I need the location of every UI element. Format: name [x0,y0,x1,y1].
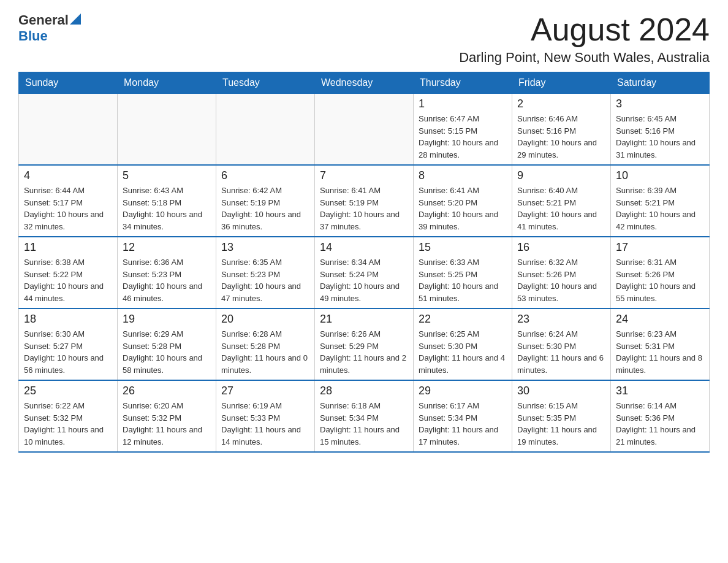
day-number: 16 [517,241,605,254]
day-number: 18 [24,313,112,326]
day-number: 27 [221,385,309,397]
day-number: 24 [616,313,704,326]
day-info: Sunrise: 6:28 AM Sunset: 5:28 PM Dayligh… [221,328,309,376]
day-info: Sunrise: 6:32 AM Sunset: 5:26 PM Dayligh… [517,256,605,304]
calendar-day-header-monday: Monday [118,72,216,94]
calendar-day-cell: 29Sunrise: 6:17 AM Sunset: 5:34 PM Dayli… [414,380,512,452]
calendar-day-cell: 5Sunrise: 6:43 AM Sunset: 5:18 PM Daylig… [118,165,216,237]
day-number: 23 [517,313,605,326]
calendar-day-cell: 28Sunrise: 6:18 AM Sunset: 5:34 PM Dayli… [315,380,414,452]
day-info: Sunrise: 6:20 AM Sunset: 5:32 PM Dayligh… [123,400,211,448]
calendar-day-header-sunday: Sunday [19,72,118,94]
day-info: Sunrise: 6:41 AM Sunset: 5:20 PM Dayligh… [419,185,507,232]
day-info: Sunrise: 6:24 AM Sunset: 5:30 PM Dayligh… [517,328,605,376]
calendar-day-cell [315,94,414,166]
calendar-day-cell: 1Sunrise: 6:47 AM Sunset: 5:15 PM Daylig… [414,94,512,166]
calendar-week-row: 25Sunrise: 6:22 AM Sunset: 5:32 PM Dayli… [19,380,710,452]
day-info: Sunrise: 6:40 AM Sunset: 5:21 PM Dayligh… [517,185,605,232]
day-info: Sunrise: 6:47 AM Sunset: 5:15 PM Dayligh… [419,113,507,161]
calendar-day-cell [19,94,118,166]
calendar-day-cell: 15Sunrise: 6:33 AM Sunset: 5:25 PM Dayli… [414,237,512,308]
day-number: 21 [320,313,408,326]
calendar-day-header-friday: Friday [512,72,611,94]
day-info: Sunrise: 6:17 AM Sunset: 5:34 PM Dayligh… [419,400,507,448]
day-number: 28 [320,385,408,397]
calendar-day-cell: 19Sunrise: 6:29 AM Sunset: 5:28 PM Dayli… [118,308,216,380]
calendar-day-cell [118,94,216,166]
calendar-day-cell: 6Sunrise: 6:42 AM Sunset: 5:19 PM Daylig… [216,165,315,237]
calendar-day-cell: 14Sunrise: 6:34 AM Sunset: 5:24 PM Dayli… [315,237,414,308]
day-info: Sunrise: 6:33 AM Sunset: 5:25 PM Dayligh… [419,256,507,304]
day-number: 5 [123,169,211,182]
calendar-day-cell [216,94,315,166]
calendar-header-row: SundayMondayTuesdayWednesdayThursdayFrid… [19,72,710,94]
day-info: Sunrise: 6:29 AM Sunset: 5:28 PM Dayligh… [123,328,211,376]
calendar-day-header-thursday: Thursday [414,72,512,94]
calendar-week-row: 4Sunrise: 6:44 AM Sunset: 5:17 PM Daylig… [19,165,710,237]
day-number: 25 [24,385,112,397]
day-number: 22 [419,313,507,326]
day-number: 4 [24,169,112,182]
day-number: 26 [123,385,211,397]
calendar-day-cell: 17Sunrise: 6:31 AM Sunset: 5:26 PM Dayli… [611,237,710,308]
day-info: Sunrise: 6:18 AM Sunset: 5:34 PM Dayligh… [320,400,408,448]
calendar-day-cell: 18Sunrise: 6:30 AM Sunset: 5:27 PM Dayli… [19,308,118,380]
day-number: 29 [419,385,507,397]
location-title: Darling Point, New South Wales, Australi… [459,50,710,66]
day-number: 9 [517,169,605,182]
calendar-day-cell: 23Sunrise: 6:24 AM Sunset: 5:30 PM Dayli… [512,308,611,380]
calendar-day-cell: 10Sunrise: 6:39 AM Sunset: 5:21 PM Dayli… [611,165,710,237]
calendar-day-cell: 8Sunrise: 6:41 AM Sunset: 5:20 PM Daylig… [414,165,512,237]
day-info: Sunrise: 6:39 AM Sunset: 5:21 PM Dayligh… [616,185,704,232]
calendar-week-row: 11Sunrise: 6:38 AM Sunset: 5:22 PM Dayli… [19,237,710,308]
day-number: 15 [419,241,507,254]
day-info: Sunrise: 6:14 AM Sunset: 5:36 PM Dayligh… [616,400,704,448]
day-number: 30 [517,385,605,397]
calendar-day-cell: 26Sunrise: 6:20 AM Sunset: 5:32 PM Dayli… [118,380,216,452]
day-info: Sunrise: 6:31 AM Sunset: 5:26 PM Dayligh… [616,256,704,304]
day-number: 7 [320,169,408,182]
logo-general-text: General [18,12,69,28]
day-number: 3 [616,98,704,110]
calendar-day-cell: 20Sunrise: 6:28 AM Sunset: 5:28 PM Dayli… [216,308,315,380]
logo-triangle-icon [70,13,81,25]
day-info: Sunrise: 6:41 AM Sunset: 5:19 PM Dayligh… [320,185,408,232]
day-info: Sunrise: 6:43 AM Sunset: 5:18 PM Dayligh… [123,185,211,232]
svg-marker-0 [70,13,81,25]
day-info: Sunrise: 6:30 AM Sunset: 5:27 PM Dayligh… [24,328,112,376]
day-info: Sunrise: 6:46 AM Sunset: 5:16 PM Dayligh… [517,113,605,161]
day-info: Sunrise: 6:23 AM Sunset: 5:31 PM Dayligh… [616,328,704,376]
day-info: Sunrise: 6:42 AM Sunset: 5:19 PM Dayligh… [221,185,309,232]
calendar-day-cell: 31Sunrise: 6:14 AM Sunset: 5:36 PM Dayli… [611,380,710,452]
calendar-day-cell: 4Sunrise: 6:44 AM Sunset: 5:17 PM Daylig… [19,165,118,237]
day-info: Sunrise: 6:36 AM Sunset: 5:23 PM Dayligh… [123,256,211,304]
calendar-day-cell: 2Sunrise: 6:46 AM Sunset: 5:16 PM Daylig… [512,94,611,166]
day-number: 20 [221,313,309,326]
day-number: 1 [419,98,507,110]
day-number: 11 [24,241,112,254]
calendar-day-cell: 3Sunrise: 6:45 AM Sunset: 5:16 PM Daylig… [611,94,710,166]
calendar-day-cell: 9Sunrise: 6:40 AM Sunset: 5:21 PM Daylig… [512,165,611,237]
day-number: 8 [419,169,507,182]
day-info: Sunrise: 6:15 AM Sunset: 5:35 PM Dayligh… [517,400,605,448]
day-number: 2 [517,98,605,110]
calendar-day-cell: 7Sunrise: 6:41 AM Sunset: 5:19 PM Daylig… [315,165,414,237]
calendar-table: SundayMondayTuesdayWednesdayThursdayFrid… [18,72,710,453]
day-info: Sunrise: 6:44 AM Sunset: 5:17 PM Dayligh… [24,185,112,232]
day-info: Sunrise: 6:38 AM Sunset: 5:22 PM Dayligh… [24,256,112,304]
day-info: Sunrise: 6:34 AM Sunset: 5:24 PM Dayligh… [320,256,408,304]
calendar-day-cell: 11Sunrise: 6:38 AM Sunset: 5:22 PM Dayli… [19,237,118,308]
calendar-day-cell: 13Sunrise: 6:35 AM Sunset: 5:23 PM Dayli… [216,237,315,308]
day-number: 12 [123,241,211,254]
month-title: August 2024 [459,12,710,47]
logo-blue-text: Blue [18,28,48,44]
calendar-day-cell: 30Sunrise: 6:15 AM Sunset: 5:35 PM Dayli… [512,380,611,452]
day-info: Sunrise: 6:26 AM Sunset: 5:29 PM Dayligh… [320,328,408,376]
calendar-day-cell: 25Sunrise: 6:22 AM Sunset: 5:32 PM Dayli… [19,380,118,452]
calendar-day-header-tuesday: Tuesday [216,72,315,94]
logo: General Blue [18,12,81,44]
day-info: Sunrise: 6:22 AM Sunset: 5:32 PM Dayligh… [24,400,112,448]
calendar-day-header-wednesday: Wednesday [315,72,414,94]
day-info: Sunrise: 6:25 AM Sunset: 5:30 PM Dayligh… [419,328,507,376]
day-info: Sunrise: 6:19 AM Sunset: 5:33 PM Dayligh… [221,400,309,448]
